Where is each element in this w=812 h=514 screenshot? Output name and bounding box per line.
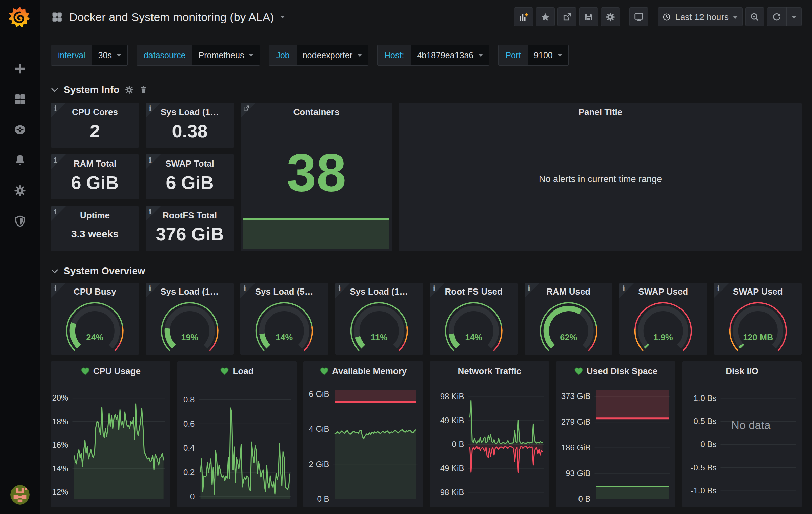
line-chart: 6 GiB4 GiB2 GiB0 B [303, 381, 423, 507]
share-button[interactable] [557, 7, 576, 26]
gauge-chart: 14% [240, 298, 328, 355]
svg-text:2 GiB: 2 GiB [309, 459, 329, 469]
panel-corner-fold [240, 283, 255, 298]
var-label: datasource [137, 45, 192, 65]
configuration-gear-icon[interactable] [14, 184, 26, 197]
cycle-view-mode-button[interactable] [629, 7, 648, 26]
svg-text:-0.5 Bs: -0.5 Bs [691, 463, 717, 472]
row-header-system-info[interactable]: System Info [51, 81, 802, 98]
row-title[interactable]: System Overview [64, 265, 145, 277]
chevron-down-icon [557, 54, 562, 57]
user-avatar[interactable] [10, 485, 30, 505]
var-value-dropdown[interactable]: 9100 [528, 45, 568, 65]
stat-value: 2 [51, 117, 139, 148]
panel-corner-fold [430, 283, 445, 298]
info-icon[interactable]: i [54, 155, 57, 164]
info-icon[interactable]: i [149, 284, 152, 293]
alerting-bell-icon[interactable] [14, 154, 26, 167]
info-icon[interactable]: i [622, 284, 625, 293]
refresh-action[interactable] [767, 8, 786, 26]
explore-compass-icon[interactable] [14, 123, 26, 136]
info-icon[interactable]: i [717, 284, 720, 293]
svg-text:24%: 24% [86, 333, 103, 342]
info-icon[interactable]: i [338, 284, 341, 293]
var-label: Host: [378, 45, 411, 65]
svg-text:120 MB: 120 MB [743, 333, 773, 342]
clock-icon [662, 13, 671, 21]
info-icon[interactable]: i [149, 207, 152, 216]
info-icon[interactable]: i [54, 207, 57, 216]
info-icon[interactable]: i [433, 284, 436, 293]
chart-panel-load: Load 0.80.60.40.20 [177, 361, 297, 507]
info-icon[interactable]: i [54, 104, 57, 113]
panel-corner-fold [146, 283, 161, 298]
panel-title[interactable]: Used Disk Space [556, 361, 676, 381]
stat-panel-swap-total: i SWAP Total 6 GiB [146, 154, 234, 199]
refresh-button[interactable] [767, 7, 802, 26]
info-icon[interactable]: i [54, 284, 57, 293]
time-range-picker[interactable]: Last 12 hours [658, 7, 743, 26]
alert-ok-heart-icon [81, 367, 90, 376]
dashboards-icon[interactable] [14, 93, 26, 106]
info-icon[interactable]: i [149, 155, 152, 164]
save-button[interactable] [579, 7, 598, 26]
var-label: interval [51, 45, 92, 65]
svg-text:16%: 16% [52, 440, 68, 449]
charts-row: CPU Usage 20%18%16%14%12% Load 0.80.60.4… [51, 361, 802, 507]
svg-text:0 Bs: 0 Bs [701, 440, 717, 449]
gauge-panel-swap-used-pct: i SWAP Used 1.9% [619, 283, 707, 355]
line-chart: 98 KiB49 KiB0 B-49 KiB-98 KiB [430, 381, 549, 507]
row-header-system-overview[interactable]: System Overview [51, 262, 802, 279]
info-icon[interactable]: i [149, 104, 152, 113]
grafana-logo-icon[interactable] [8, 5, 32, 31]
navbar-left: Docker and System monitoring (by ALA) [51, 10, 285, 24]
dashboard-grid-icon [51, 11, 63, 23]
info-icon[interactable]: i [528, 284, 531, 293]
row-settings-gear-icon[interactable] [125, 85, 134, 94]
var-value-dropdown[interactable]: Prometheus [192, 45, 260, 65]
panel-title[interactable]: Containers [241, 107, 392, 117]
panel-title[interactable]: Available Memory [303, 361, 423, 381]
grafana-dashboard: Docker and System monitoring (by ALA) [0, 0, 812, 514]
gauge-panel-cpu-busy: i CPU Busy 24% [51, 283, 139, 355]
panel-corner-fold [525, 283, 540, 298]
var-label: Job [269, 45, 296, 65]
external-link-icon[interactable] [243, 105, 250, 113]
add-panel-button[interactable] [514, 7, 533, 26]
title-caret-icon[interactable] [280, 16, 285, 18]
stat-panel-sys-load: i Sys Load (1… 0.38 [146, 103, 234, 148]
server-admin-shield-icon[interactable] [14, 215, 26, 228]
panel-corner-fold [51, 283, 66, 298]
template-var-port: Port 9100 [498, 45, 568, 66]
gauge-panel-sys-load-1m: i Sys Load (1… 19% [146, 283, 234, 355]
panel-title[interactable]: Network Traffic [430, 361, 549, 381]
svg-text:12%: 12% [52, 487, 68, 496]
var-value-dropdown[interactable]: nodeexporter [297, 45, 368, 65]
var-value-dropdown[interactable]: 30s [92, 45, 127, 65]
panel-corner-fold [146, 206, 161, 221]
panel-title[interactable]: CPU Usage [51, 361, 170, 381]
gauge-chart: 11% [335, 298, 423, 355]
refresh-interval-dropdown[interactable] [787, 8, 801, 26]
settings-button[interactable] [601, 7, 620, 26]
svg-text:1.9%: 1.9% [653, 333, 673, 342]
var-value-dropdown[interactable]: 4b1879ea13a6 [411, 45, 489, 65]
svg-text:0: 0 [190, 492, 195, 501]
gear-icon [605, 12, 615, 22]
chart-panel-network-traffic: Network Traffic 98 KiB49 KiB0 B-49 KiB-9… [430, 361, 549, 507]
row-title[interactable]: System Info [64, 84, 119, 95]
zoom-out-button[interactable] [745, 7, 764, 26]
chevron-down-icon [51, 88, 58, 92]
dashboard-title[interactable]: Docker and System monitoring (by ALA) [69, 10, 274, 24]
gauge-chart: 24% [51, 298, 139, 355]
panel-title[interactable]: Load [177, 361, 297, 381]
gauge-panel-root-fs-used: i Root FS Used 14% [430, 283, 518, 355]
navbar: Docker and System monitoring (by ALA) [51, 0, 802, 34]
panel-title[interactable]: Panel Title [399, 107, 802, 117]
add-icon[interactable] [14, 62, 26, 75]
panel-title[interactable]: Disk I/O [682, 361, 802, 381]
star-button[interactable] [536, 7, 555, 26]
row-delete-trash-icon[interactable] [139, 85, 148, 94]
gauges-row: i CPU Busy 24% i Sys Load (1… 19% i Sys … [51, 283, 802, 355]
info-icon[interactable]: i [243, 284, 246, 293]
